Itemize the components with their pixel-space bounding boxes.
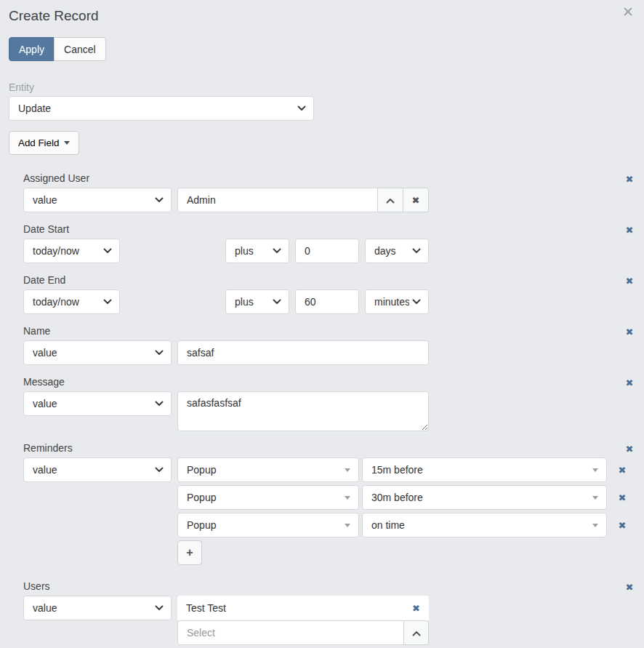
message-remove-icon[interactable]: ✖ xyxy=(624,377,635,390)
date-end-unit-select[interactable]: minutes xyxy=(365,289,429,314)
cancel-button[interactable]: Cancel xyxy=(54,37,106,61)
reminder-type-select[interactable]: Popup xyxy=(177,485,359,510)
reminders-label: Reminders xyxy=(23,442,635,457)
users-label: Users xyxy=(23,580,635,595)
reminder-remove-icon[interactable]: ✖ xyxy=(616,492,628,503)
users-item-remove-icon[interactable]: ✖ xyxy=(412,603,420,614)
field-assigned-user: Assigned User ✖ value xyxy=(23,172,635,212)
date-end-remove-icon[interactable]: ✖ xyxy=(624,275,635,288)
date-start-remove-icon[interactable]: ✖ xyxy=(624,224,635,237)
chevron-up-icon xyxy=(412,627,421,639)
caret-down-icon xyxy=(345,468,350,472)
users-expand-button[interactable] xyxy=(403,620,429,645)
assigned-user-expand-button[interactable] xyxy=(377,188,403,212)
reminder-remove-icon[interactable]: ✖ xyxy=(616,520,628,531)
reminder-remove-icon[interactable]: ✖ xyxy=(616,465,628,476)
field-reminders: Reminders ✖ value Popup 15m before xyxy=(23,442,635,565)
caret-down-icon xyxy=(345,524,350,527)
date-start-base-select[interactable]: today/now xyxy=(23,239,120,263)
plus-icon: + xyxy=(186,546,193,559)
message-condition-select[interactable]: value xyxy=(23,391,172,416)
date-end-label: Date End xyxy=(23,274,635,289)
reminder-row: value Popup 15m before ✖ xyxy=(23,457,635,482)
users-remove-icon[interactable]: ✖ xyxy=(624,581,635,594)
assigned-user-label: Assigned User xyxy=(23,172,635,187)
date-start-amount-input[interactable] xyxy=(295,239,359,263)
field-name: Name ✖ value xyxy=(23,325,635,365)
reminder-type-select[interactable]: Popup xyxy=(177,513,359,537)
apply-button[interactable]: Apply xyxy=(9,37,55,61)
name-label: Name xyxy=(23,325,635,340)
chevron-up-icon xyxy=(386,194,395,206)
reminder-type-select[interactable]: Popup xyxy=(177,457,359,482)
name-condition-select[interactable]: value xyxy=(23,340,172,365)
date-start-unit-select[interactable]: days xyxy=(365,239,429,263)
date-start-label: Date Start xyxy=(23,223,635,238)
message-label: Message xyxy=(23,376,635,391)
add-field-label: Add Field xyxy=(18,137,59,148)
add-field-button[interactable]: Add Field xyxy=(9,131,79,155)
assigned-user-condition-select[interactable]: value xyxy=(23,188,172,212)
date-start-operation-select[interactable]: plus xyxy=(225,239,289,263)
field-message: Message ✖ value safasfasfsaf xyxy=(23,376,635,431)
assigned-user-clear-button[interactable]: ✖ xyxy=(403,188,429,212)
create-record-modal: Create Record ✕ Apply Cancel Entity Upda… xyxy=(0,0,644,648)
message-value-textarea[interactable]: safasfasfsaf xyxy=(177,391,429,431)
assigned-user-value-input[interactable] xyxy=(177,188,378,212)
caret-down-icon xyxy=(592,468,598,472)
caret-down-icon xyxy=(592,496,598,500)
reminder-row: Popup 30m before ✖ xyxy=(177,485,635,510)
action-button-group: Apply Cancel xyxy=(9,37,635,61)
assigned-user-remove-icon[interactable]: ✖ xyxy=(624,173,635,186)
users-condition-select[interactable]: value xyxy=(23,596,172,620)
page-title: Create Record xyxy=(9,6,635,26)
users-selected-item: Test Test ✖ xyxy=(177,596,429,620)
caret-down-icon xyxy=(592,524,598,527)
field-users: Users ✖ value Test Test ✖ xyxy=(23,580,635,645)
users-selected-name: Test Test xyxy=(186,602,226,614)
reminders-remove-icon[interactable]: ✖ xyxy=(624,443,635,456)
name-remove-icon[interactable]: ✖ xyxy=(624,326,635,339)
field-date-start: Date Start ✖ today/now plus xyxy=(23,223,635,263)
users-select-input[interactable] xyxy=(177,620,404,645)
clear-x-icon: ✖ xyxy=(412,195,420,206)
caret-down-icon xyxy=(345,496,350,500)
fields-container: Assigned User ✖ value xyxy=(23,172,635,645)
date-end-operation-select[interactable]: plus xyxy=(225,289,289,314)
caret-down-icon xyxy=(64,141,70,145)
reminder-time-select[interactable]: on time xyxy=(362,513,607,537)
close-icon[interactable]: ✕ xyxy=(622,4,634,20)
entity-label: Entity xyxy=(9,81,635,96)
entity-select[interactable]: Update xyxy=(9,96,314,121)
add-reminder-button[interactable]: + xyxy=(177,540,202,565)
reminders-condition-select[interactable]: value xyxy=(23,457,172,482)
field-date-end: Date End ✖ today/now plus xyxy=(23,274,635,314)
date-end-base-select[interactable]: today/now xyxy=(23,289,120,314)
reminder-row: Popup on time ✖ xyxy=(177,513,635,537)
reminder-time-select[interactable]: 30m before xyxy=(362,485,607,510)
date-end-amount-input[interactable] xyxy=(295,289,359,314)
reminder-time-select[interactable]: 15m before xyxy=(362,457,607,482)
name-value-input[interactable] xyxy=(177,340,429,365)
